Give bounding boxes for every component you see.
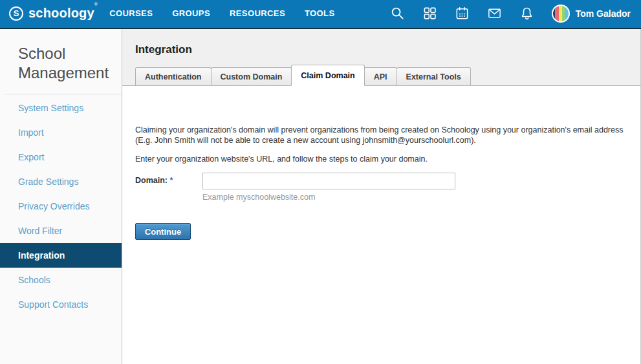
sidebar-divider xyxy=(5,94,122,94)
search-icon[interactable] xyxy=(390,6,405,21)
registered-mark: ® xyxy=(94,2,98,6)
menu-groups[interactable]: GROUPS xyxy=(172,8,210,18)
sidebar-item-import[interactable]: Import xyxy=(0,120,122,145)
tab-api[interactable]: API xyxy=(364,67,397,85)
tab-custom-domain[interactable]: Custom Domain xyxy=(211,67,292,85)
domain-input[interactable] xyxy=(202,173,455,189)
domain-label: Domain: * xyxy=(135,173,202,185)
sidebar-item-support-contacts[interactable]: Support Contacts xyxy=(0,292,122,317)
domain-example-hint: Example myschoolwebsite.com xyxy=(202,193,625,202)
page-title: Integration xyxy=(122,29,640,56)
schoology-s-icon: S xyxy=(9,6,23,21)
claim-domain-description: Claiming your organization's domain will… xyxy=(135,125,625,145)
required-asterisk: * xyxy=(169,176,173,185)
sidebar-item-system-settings[interactable]: System Settings xyxy=(0,96,122,120)
schoology-logo[interactable]: S schoology® xyxy=(9,6,98,21)
sidebar-title: School Management xyxy=(0,29,122,83)
user-name: Tom Galador xyxy=(576,8,631,19)
continue-button[interactable]: Continue xyxy=(135,223,191,240)
integration-tabs: Authentication Custom Domain Claim Domai… xyxy=(122,65,640,86)
top-navbar: S schoology® COURSES GROUPS RESOURCES TO… xyxy=(0,0,641,29)
menu-tools[interactable]: TOOLS xyxy=(305,8,335,18)
main-menu: COURSES GROUPS RESOURCES TOOLS xyxy=(109,8,334,18)
menu-resources[interactable]: RESOURCES xyxy=(230,8,285,18)
integration-header: Integration Authentication Custom Domain… xyxy=(122,29,640,86)
sidebar-item-grade-settings[interactable]: Grade Settings xyxy=(0,169,122,194)
sidebar-item-integration[interactable]: Integration xyxy=(0,243,122,268)
calendar-icon[interactable] xyxy=(455,6,470,21)
main-content: Integration Authentication Custom Domain… xyxy=(122,29,641,364)
menu-courses[interactable]: COURSES xyxy=(109,8,153,18)
sidebar-item-export[interactable]: Export xyxy=(0,145,122,169)
domain-form-row: Domain: * xyxy=(135,173,625,189)
apps-grid-icon[interactable] xyxy=(422,6,437,21)
notifications-bell-icon[interactable] xyxy=(519,6,534,21)
tab-external-tools[interactable]: External Tools xyxy=(397,67,471,85)
sidebar-item-privacy-overrides[interactable]: Privacy Overrides xyxy=(0,194,122,219)
mail-icon[interactable] xyxy=(487,6,502,21)
school-management-sidebar: School Management System Settings Import… xyxy=(0,29,122,364)
navbar-right-cluster: Tom Galador xyxy=(390,5,631,23)
brand-name: schoology® xyxy=(28,6,98,21)
sidebar-nav: System Settings Import Export Grade Sett… xyxy=(0,96,122,317)
sidebar-item-schools[interactable]: Schools xyxy=(0,268,122,292)
claim-domain-panel: Claiming your organization's domain will… xyxy=(122,86,640,240)
user-account[interactable]: Tom Galador xyxy=(552,5,631,23)
claim-domain-instruction: Enter your organization website's URL, a… xyxy=(135,154,625,164)
sidebar-item-word-filter[interactable]: Word Filter xyxy=(0,219,122,243)
user-avatar xyxy=(552,5,570,23)
tab-claim-domain[interactable]: Claim Domain xyxy=(291,65,364,86)
tab-authentication[interactable]: Authentication xyxy=(135,67,212,85)
